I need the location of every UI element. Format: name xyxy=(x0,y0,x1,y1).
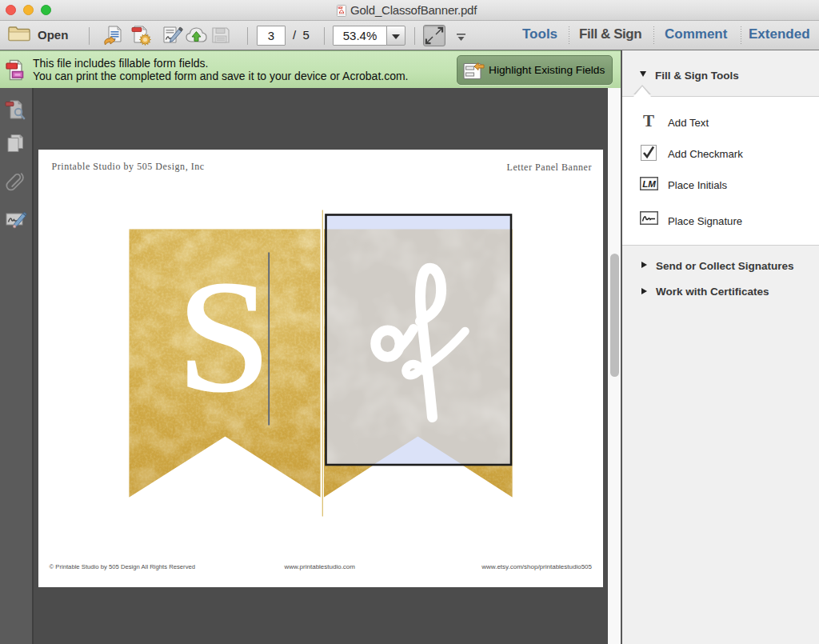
svg-text:T: T xyxy=(643,114,654,128)
svg-text:LM: LM xyxy=(642,179,656,189)
svg-text:PDF: PDF xyxy=(338,6,342,9)
svg-text:S: S xyxy=(177,247,270,422)
